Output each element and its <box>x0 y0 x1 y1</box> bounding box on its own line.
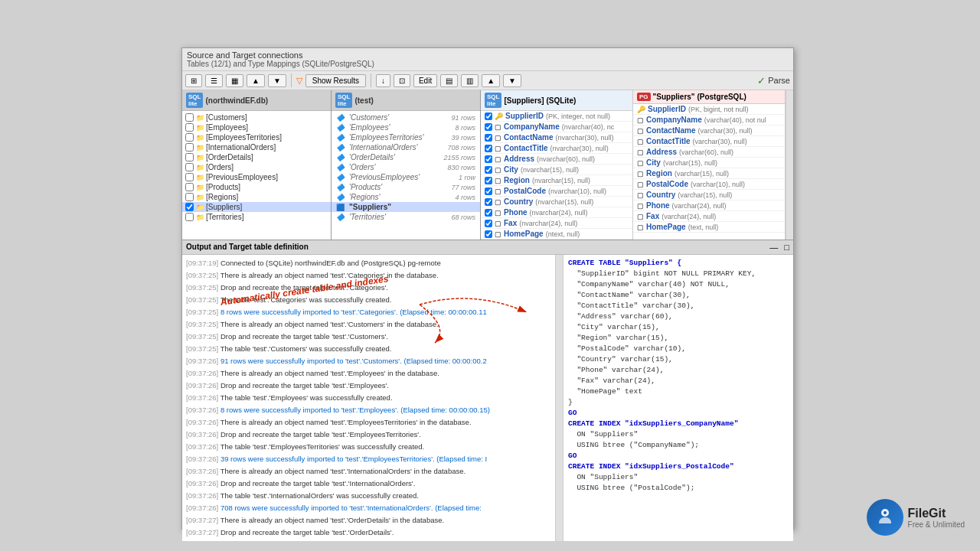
target-table-item[interactable]: 🔷'Orders'830 rows <box>332 162 480 172</box>
pg-column-type: (varchar(30), null) <box>697 127 752 135</box>
sqlite-column-checkbox[interactable] <box>485 145 492 152</box>
log-entry: [09:37:26] There is already an object na… <box>185 367 560 380</box>
source-table-checkbox[interactable] <box>185 113 194 122</box>
source-table-checkbox[interactable] <box>185 123 194 132</box>
sqlite-column-checkbox[interactable] <box>485 134 492 142</box>
source-table-checkbox[interactable] <box>185 193 194 201</box>
log-time: [09:37:25] <box>186 320 220 328</box>
sqlite-column-checkbox[interactable] <box>485 230 492 238</box>
target-table-item[interactable]: 🔷'Customers'91 rows <box>332 112 480 122</box>
target-panel: SQLlite (test) 🔷'Customers'91 rows🔷'Empl… <box>332 90 481 240</box>
edit-button[interactable]: Edit <box>413 74 437 87</box>
sqlite-column-checkbox[interactable] <box>485 166 492 174</box>
grid2-btn[interactable]: ▦ <box>226 74 243 87</box>
sqlite-col-badge: SQLlite <box>485 93 501 108</box>
source-table-item[interactable]: 📁[InternationalOrders] <box>182 142 331 152</box>
target-table-item[interactable]: 🔷'OrderDetails'2155 rows <box>332 152 480 162</box>
column-key-icon: ▢ <box>495 177 501 184</box>
source-table-item[interactable]: 📁[Suppliers] <box>182 202 331 212</box>
export-btn[interactable]: ⊡ <box>394 74 410 87</box>
up-btn[interactable]: ▲ <box>247 74 265 87</box>
minimize-btn[interactable]: — <box>769 243 778 252</box>
target-table-item[interactable]: 🔷'Regions'4 rows <box>332 192 480 202</box>
log-time: [09:37:27] <box>186 528 220 536</box>
log-entry: [09:37:26] 8 rows were successfully impo… <box>185 404 560 416</box>
pg-column-name: ContactTitle <box>646 137 691 145</box>
column-key-icon: 🔑 <box>495 112 503 120</box>
sql-line: "CompanyName" varchar(40) NOT NULL, <box>568 279 789 290</box>
sqlite-column-checkbox[interactable] <box>485 112 492 120</box>
log-text: 708 rows were successfully imported to '… <box>220 504 482 512</box>
source-table-checkbox[interactable] <box>185 213 194 221</box>
source-table-label: [EmployeesTerritories] <box>206 133 282 142</box>
log-time: [09:37:26] <box>186 369 220 377</box>
down-btn[interactable]: ▼ <box>268 74 286 87</box>
sqlite-column-checkbox[interactable] <box>485 123 492 131</box>
log-text: Drop and recreate the target table 'test… <box>220 479 415 487</box>
log-panel[interactable]: [09:37:19] Connected to (SQLite) northwi… <box>182 255 564 541</box>
log-time: [09:37:26] <box>186 455 220 463</box>
col2-btn[interactable]: ▥ <box>461 74 479 87</box>
target-table-rows: 8 rows <box>455 124 475 132</box>
down2-btn[interactable]: ▼ <box>503 74 521 87</box>
source-table-checkbox[interactable] <box>185 163 194 171</box>
source-panel-header: SQLlite (northwindEF.db) <box>182 90 331 111</box>
source-table-item[interactable]: 📁[Products] <box>182 182 331 192</box>
parse-button[interactable]: ✓ Parse <box>757 75 790 86</box>
table-icon-btn[interactable]: ⊞ <box>185 74 202 87</box>
sep1 <box>291 73 292 87</box>
source-table-item[interactable]: 📁[Customers] <box>182 112 331 122</box>
log-text: Drop and recreate the target table 'test… <box>220 430 421 439</box>
source-table-checkbox[interactable] <box>185 133 194 142</box>
pg-column-type: (varchar(40), not nul <box>704 116 766 124</box>
source-table-item[interactable]: 📁[Employees] <box>182 122 331 132</box>
source-table-item[interactable]: 📁[Regions] <box>182 192 331 202</box>
sqlite-column-checkbox[interactable] <box>485 220 492 227</box>
source-table-item[interactable]: 📁[OrderDetails] <box>182 152 331 162</box>
source-table-item[interactable]: 📁[EmployeesTerritories] <box>182 132 331 142</box>
source-table-checkbox[interactable] <box>185 173 194 181</box>
col-btn[interactable]: ▤ <box>440 74 458 87</box>
log-time: [09:37:25] <box>186 295 220 304</box>
source-table-checkbox[interactable] <box>185 203 194 211</box>
source-table-item[interactable]: 📁[Territories] <box>182 212 331 222</box>
target-table-item[interactable]: 🔷'PreviousEmployees'1 row <box>332 172 480 182</box>
sqlite-column-checkbox[interactable] <box>485 209 492 217</box>
import-btn[interactable]: ↓ <box>376 74 390 87</box>
target-table-item[interactable]: 🔷'InternationalOrders'708 rows <box>332 142 480 152</box>
pg-column-name: ContactName <box>646 126 695 135</box>
source-table-checkbox[interactable] <box>185 143 194 152</box>
target-table-icon: 🔷 <box>336 134 345 142</box>
sqlite-column-checkbox[interactable] <box>485 155 492 163</box>
show-results-button[interactable]: Show Results <box>305 74 366 87</box>
sql-line: "HomePage" text <box>568 386 789 397</box>
sql-panel[interactable]: CREATE TABLE "Suppliers" { "SupplierID" … <box>564 255 793 541</box>
source-table-item[interactable]: 📁[PreviousEmployees] <box>182 172 331 182</box>
sqlite-column-name: Address <box>504 155 534 163</box>
target-panel-header: SQLlite (test) <box>332 90 480 111</box>
grid-btn[interactable]: ☰ <box>205 74 223 87</box>
sqlite-column-item: ▢Fax(nvarchar(24), null) <box>481 218 632 229</box>
sqlite-column-checkbox[interactable] <box>485 187 492 195</box>
source-table-checkbox[interactable] <box>185 183 194 191</box>
source-table-label: [Orders] <box>206 163 234 171</box>
sqlite-column-item: ▢Country(nvarchar(15), null) <box>481 197 632 207</box>
target-table-item[interactable]: 🔷'Employees'8 rows <box>332 122 480 132</box>
target-table-item[interactable]: 🔷'Territories'68 rows <box>332 212 480 222</box>
pg-column-item: ▢Fax(varchar(24), null) <box>633 211 785 222</box>
sqlite-column-checkbox[interactable] <box>485 177 492 184</box>
target-table-item[interactable]: 🔷'EmployeesTerritories'39 rows <box>332 132 480 142</box>
target-table-icon: 🔷 <box>336 164 345 171</box>
filegit-tagline: Free & Unlimited <box>908 520 965 529</box>
columns-scrollbar[interactable] <box>786 90 793 240</box>
target-table-item[interactable]: 🟦"Suppliers" <box>332 202 480 212</box>
source-table-checkbox[interactable] <box>185 153 194 161</box>
target-table-item[interactable]: 🔷'Products'77 rows <box>332 182 480 192</box>
up2-btn[interactable]: ▲ <box>482 74 500 87</box>
log-scrollbar[interactable] <box>555 255 563 541</box>
log-time: [09:37:27] <box>186 516 220 524</box>
column-key-icon: ▢ <box>495 145 501 152</box>
maximize-btn[interactable]: □ <box>784 243 789 252</box>
source-table-item[interactable]: 📁[Orders] <box>182 162 331 172</box>
sqlite-column-checkbox[interactable] <box>485 198 492 206</box>
